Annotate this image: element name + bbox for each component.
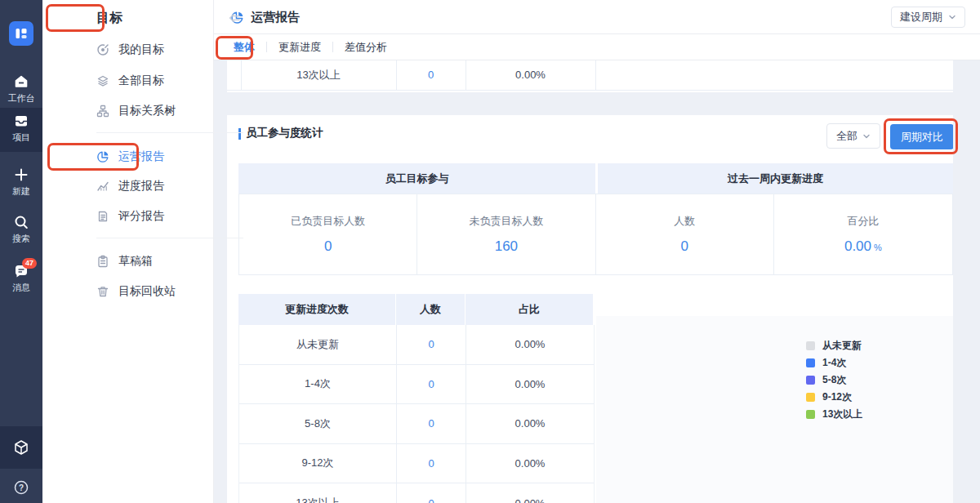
section-accent-bar xyxy=(238,128,241,140)
page-header: 运营报告 建设周期 xyxy=(214,0,980,34)
row-count[interactable]: 0 xyxy=(397,483,466,503)
rail-item-create[interactable]: 新建 xyxy=(0,162,42,198)
stat-value-number: 0.00 xyxy=(844,238,871,254)
sidebar-item-goal-tree[interactable]: 目标关系树 xyxy=(96,103,176,119)
legend-item[interactable]: 5-8次 xyxy=(806,376,862,385)
message-icon: 47 xyxy=(13,263,29,279)
app-logo[interactable] xyxy=(9,21,33,46)
trash-icon xyxy=(96,285,109,298)
message-count-badge: 47 xyxy=(22,258,37,269)
scrolled-table-card: 13次以上 0 0.00% xyxy=(227,60,953,92)
section-title: 员工参与度统计 xyxy=(246,126,323,140)
app-rail: 工作台 项目 新建 搜索 xyxy=(0,0,42,503)
row-count[interactable]: 0 xyxy=(397,404,466,443)
legend-swatch xyxy=(806,393,815,402)
row-percent: 0.00% xyxy=(466,365,594,404)
update-frequency-table: 更新进度次数 人数 占比 从未更新 0 0.00% 1-4次 0 0.00% 5… xyxy=(238,294,595,503)
sidebar-item-score-report[interactable]: 评分报告 xyxy=(96,208,164,225)
participation-group-header: 员工目标参与 xyxy=(238,163,595,194)
stat-value[interactable]: 0 xyxy=(680,238,688,255)
sidebar-item-goal-recycle-bin[interactable]: 目标回收站 xyxy=(96,283,176,300)
table-cell-count[interactable]: 0 xyxy=(396,60,466,90)
legend-label: 5-8次 xyxy=(822,373,846,387)
stat-cell-updated-count: 人数 0 xyxy=(596,194,774,274)
sidebar-divider xyxy=(96,238,243,238)
rail-item-help[interactable]: ? xyxy=(0,472,42,503)
rail-item-label: 项目 xyxy=(12,131,30,144)
sidebar-item-label: 目标回收站 xyxy=(118,284,176,299)
stat-cell-owned-goals: 已负责目标人数 0 xyxy=(239,194,417,274)
stat-value[interactable]: 160 xyxy=(495,238,518,255)
sidebar-item-progress-report[interactable]: 进度报告 xyxy=(96,178,164,194)
legend-item[interactable]: 9-12次 xyxy=(806,393,862,402)
projects-icon xyxy=(13,113,29,129)
stat-value[interactable]: 0.00% xyxy=(844,238,882,255)
row-label: 1-4次 xyxy=(239,365,397,404)
legend-label: 9-12次 xyxy=(822,390,852,404)
collapse-sidebar-icon[interactable] xyxy=(227,11,242,25)
column-header: 占比 xyxy=(466,294,593,325)
participation-group-header: 过去一周内更新进度 xyxy=(598,163,953,194)
legend-item[interactable]: 从未更新 xyxy=(806,341,862,350)
column-header: 更新进度次数 xyxy=(238,294,396,325)
rail-item-label: 新建 xyxy=(12,185,30,198)
tab-overall[interactable]: 整体 xyxy=(222,40,266,55)
scope-filter-value: 全部 xyxy=(836,129,858,144)
sidebar-item-label: 全部目标 xyxy=(118,73,164,88)
update-table-header: 更新进度次数 人数 占比 xyxy=(238,294,595,325)
column-header: 人数 xyxy=(396,294,466,325)
search-icon xyxy=(13,214,29,230)
trend-chart-icon xyxy=(96,180,109,193)
rail-item-label: 消息 xyxy=(12,282,30,294)
row-count[interactable]: 0 xyxy=(397,325,466,364)
rail-item-apps[interactable] xyxy=(0,426,42,469)
rail-item-label: 搜索 xyxy=(12,233,30,245)
rail-item-messages[interactable]: 47 消息 xyxy=(0,258,42,294)
legend-item[interactable]: 1-4次 xyxy=(806,358,862,367)
build-cycle-dropdown[interactable]: 建设周期 xyxy=(891,7,965,28)
sidebar-item-label: 我的目标 xyxy=(118,42,164,57)
row-count[interactable]: 0 xyxy=(397,365,466,404)
legend-swatch xyxy=(806,376,815,385)
sidebar-divider xyxy=(96,132,243,133)
clipboard-icon xyxy=(96,255,109,268)
sidebar-item-operation-report[interactable]: 运营报告 xyxy=(96,149,164,165)
plus-icon xyxy=(13,167,29,183)
rail-item-search[interactable]: 搜索 xyxy=(0,209,42,245)
target-icon xyxy=(96,43,109,56)
table-cell-percent: 0.00% xyxy=(466,60,595,90)
row-percent: 0.00% xyxy=(466,483,594,503)
table-cell-label: 13次以上 xyxy=(241,60,396,90)
scope-filter-dropdown[interactable]: 全部 xyxy=(826,123,880,149)
stat-label: 百分比 xyxy=(847,214,879,229)
legend-item[interactable]: 13次以上 xyxy=(806,410,862,419)
logo-grid-icon xyxy=(14,26,29,41)
row-label: 9-12次 xyxy=(239,444,397,483)
rail-item-projects[interactable]: 项目 xyxy=(0,108,42,152)
row-percent: 0.00% xyxy=(466,404,594,443)
table-border xyxy=(227,90,953,91)
table-row: 从未更新 0 0.00% xyxy=(239,325,594,365)
legend-label: 1-4次 xyxy=(822,356,846,370)
cycle-compare-button[interactable]: 周期对比 xyxy=(890,124,953,149)
rail-item-label: 工作台 xyxy=(8,92,35,105)
row-count[interactable]: 0 xyxy=(397,444,466,483)
sidebar-item-my-goals[interactable]: 我的目标 xyxy=(96,42,164,58)
svg-text:?: ? xyxy=(19,483,24,492)
row-label: 13次以上 xyxy=(239,483,397,503)
stat-label: 人数 xyxy=(674,214,695,229)
stat-value[interactable]: 0 xyxy=(324,238,332,255)
tab-difference-analysis[interactable]: 差值分析 xyxy=(333,40,399,55)
stat-label: 未负责目标人数 xyxy=(469,214,543,229)
stat-value-suffix: % xyxy=(874,243,882,252)
sidebar-item-all-goals[interactable]: 全部目标 xyxy=(96,73,164,89)
chevron-down-icon xyxy=(948,13,956,21)
cube-icon xyxy=(12,438,30,456)
sidebar-item-label: 进度报告 xyxy=(118,179,164,194)
rail-item-workbench[interactable]: 工作台 xyxy=(0,69,42,105)
tab-update-progress[interactable]: 更新进度 xyxy=(267,40,332,55)
stat-label: 已负责目标人数 xyxy=(291,214,365,229)
legend-label: 从未更新 xyxy=(822,339,862,353)
legend-swatch xyxy=(806,358,815,367)
sidebar-item-drafts[interactable]: 草稿箱 xyxy=(96,253,153,269)
